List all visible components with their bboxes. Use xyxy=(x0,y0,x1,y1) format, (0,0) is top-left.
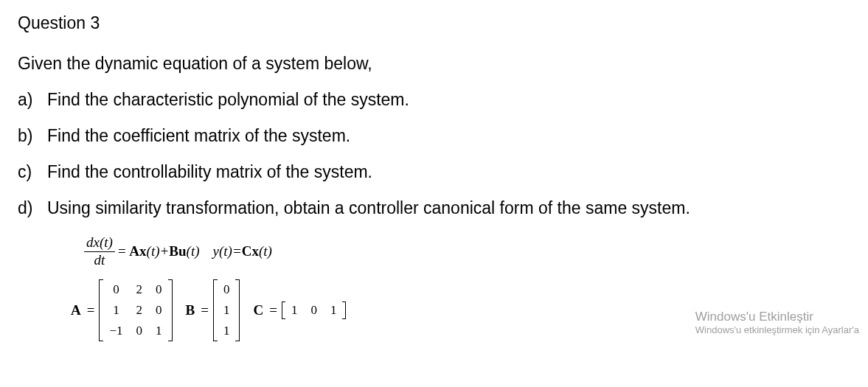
matrix-B-group: B = 0 1 1 xyxy=(186,279,240,341)
matrix-B: 0 1 1 xyxy=(213,279,240,341)
matrix-A-eq: = xyxy=(87,302,95,318)
matrix-C-cells: 1 0 1 xyxy=(285,301,343,319)
item-a-text: Find the characteristic polynomial of th… xyxy=(47,90,409,110)
a23: 0 xyxy=(156,303,162,318)
matrix-B-label: B xyxy=(186,302,195,318)
matrix-A-group: A = 0 2 0 1 2 0 −1 0 1 xyxy=(71,279,173,341)
matrix-A-label: A xyxy=(71,302,81,318)
a32: 0 xyxy=(136,324,143,338)
c3: 1 xyxy=(330,303,337,318)
eq-u: u xyxy=(178,243,187,259)
matrix-C-group: C = 1 0 1 xyxy=(253,301,346,319)
b1: 0 xyxy=(223,282,230,297)
item-a: a) Find the characteristic polynomial of… xyxy=(18,90,850,110)
a33: 1 xyxy=(156,324,162,338)
eq-x2: x xyxy=(251,243,259,259)
c1: 1 xyxy=(291,303,298,318)
item-b: b) Find the coefficient matrix of the sy… xyxy=(18,126,850,146)
a11: 0 xyxy=(109,282,122,297)
watermark-line2: Windows'u etkinleştirmek için Ayarlar'a xyxy=(695,324,859,335)
item-d: d) Using similarity transformation, obta… xyxy=(18,198,850,218)
question-title: Question 3 xyxy=(18,13,850,33)
watermark-line1: Windows'u Etkinleştir xyxy=(695,310,859,324)
bracket-right-b xyxy=(235,279,240,341)
eq-eq: = xyxy=(118,243,129,259)
matrix-C-label: C xyxy=(253,302,263,318)
eq-tp2: (t) xyxy=(187,243,200,259)
windows-activation-watermark: Windows'u Etkinleştir Windows'u etkinleş… xyxy=(695,310,859,335)
matrix-A: 0 2 0 1 2 0 −1 0 1 xyxy=(99,279,172,341)
item-c-text: Find the controllability matrix of the s… xyxy=(47,162,372,182)
eq-tp4: (t) xyxy=(259,243,272,259)
eq-tp3: (t)= xyxy=(219,243,242,259)
a22: 2 xyxy=(136,303,143,318)
eq-tp1: (t)+ xyxy=(147,243,170,259)
item-c-label: c) xyxy=(18,162,47,182)
matrix-A-cells: 0 2 0 1 2 0 −1 0 1 xyxy=(103,279,167,341)
a12: 2 xyxy=(136,282,143,297)
eq-C: C xyxy=(242,243,252,259)
state-equation: dx(t) dt = Ax(t)+Bu(t) y(t)=Cx(t) xyxy=(84,234,850,269)
a13: 0 xyxy=(156,282,162,297)
fraction: dx(t) dt xyxy=(84,234,115,269)
eq-rhs2: y(t)=Cx(t) xyxy=(213,243,272,259)
eq-A: A xyxy=(129,243,139,259)
item-b-label: b) xyxy=(18,126,47,146)
a21: 1 xyxy=(109,303,122,318)
item-c: c) Find the controllability matrix of th… xyxy=(18,162,850,182)
item-d-label: d) xyxy=(18,198,47,218)
item-b-text: Find the coefficient matrix of the syste… xyxy=(47,126,350,146)
b2: 1 xyxy=(223,303,230,318)
eq-x1: x xyxy=(139,243,147,259)
matrix-B-cells: 0 1 1 xyxy=(218,279,236,341)
frac-denominator: dt xyxy=(92,252,108,269)
item-a-label: a) xyxy=(18,90,47,110)
b3: 1 xyxy=(223,324,230,338)
bracket-right xyxy=(168,279,173,341)
intro-text: Given the dynamic equation of a system b… xyxy=(18,54,850,74)
eq-rhs1: = Ax(t)+Bu(t) xyxy=(118,243,200,259)
matrix-C: 1 0 1 xyxy=(282,301,347,319)
eq-B: B xyxy=(169,243,178,259)
item-d-text: Using similarity transformation, obtain … xyxy=(47,198,690,218)
matrix-B-eq: = xyxy=(201,302,209,318)
c2: 0 xyxy=(310,303,317,318)
bracket-right-c xyxy=(342,301,346,319)
eq-y: y xyxy=(213,243,219,259)
matrix-C-eq: = xyxy=(269,302,277,318)
a31: −1 xyxy=(109,324,122,338)
frac-numerator: dx(t) xyxy=(84,234,115,252)
